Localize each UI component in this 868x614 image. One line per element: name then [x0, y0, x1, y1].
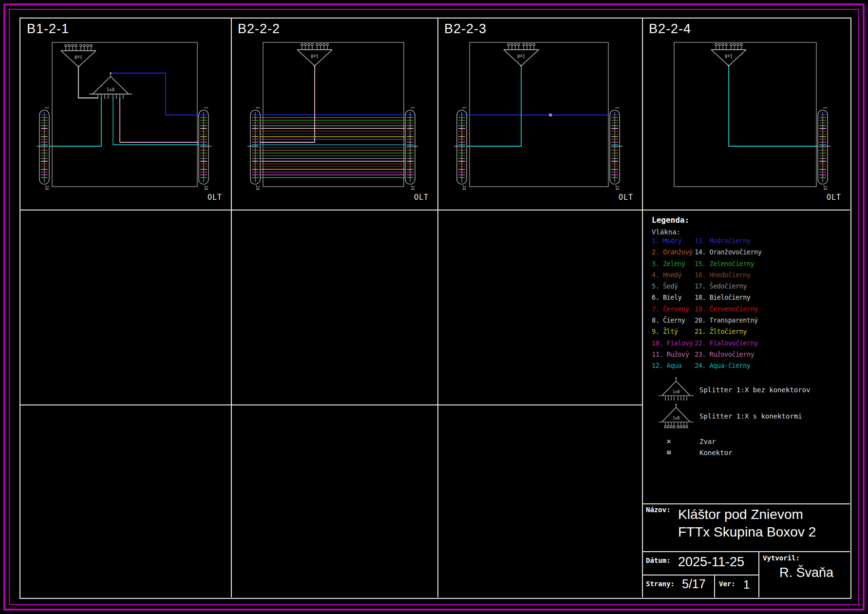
fiber-route — [120, 98, 199, 142]
titleblock-vline-vytvoril — [758, 551, 759, 597]
svg-text:1: 1 — [462, 107, 466, 109]
olt-label: OLT — [208, 193, 222, 202]
legend-fiber-item: 17. Šedočierny — [695, 282, 782, 293]
panel-svg-B2-2-3: 1x8124124× — [437, 19, 642, 210]
legend-fiber-item: 10. Fialový — [652, 339, 694, 350]
vytvoril-value: R. Švaňa — [779, 565, 833, 580]
legend-fiber-item: 16. Hnedočierny — [695, 271, 782, 282]
fiber-cable-capsule-right: 124 — [818, 107, 830, 190]
svg-text:24: 24 — [823, 185, 827, 190]
panel-svg-B1-2-1: 1x81x8124124 — [20, 19, 231, 210]
box-outline — [470, 42, 608, 187]
panel-B1-2-1: 1x81x8124124 B1-2-1 OLT — [20, 19, 231, 210]
box-outline — [674, 42, 816, 187]
legend-symbol-label: Konektor — [699, 449, 732, 457]
fiber-cable-capsule-left: 124 — [37, 107, 49, 190]
titleblock-line-mid — [642, 551, 850, 552]
svg-text:1: 1 — [823, 107, 827, 109]
svg-text:1: 1 — [410, 107, 415, 109]
panel-drawing-area: 1x8124 — [642, 19, 850, 210]
ver-value: 1 — [743, 578, 750, 592]
fiber-bus-lines — [260, 115, 405, 178]
legend-fiber-item: 23. Ružovočierny — [695, 350, 782, 362]
legend-symbol-label: Zvar — [699, 438, 716, 445]
legend-fiber-item: 13. Modročierny — [695, 237, 782, 248]
legend-fiber-item: 15. Zelenočierny — [695, 260, 782, 271]
legend-symbol-label: Splitter 1:X bez konektorov — [699, 386, 811, 394]
svg-text:24: 24 — [44, 185, 49, 190]
legend-fiber-item: 12. Aqua — [652, 362, 694, 373]
legend: Legenda: Vlákna: 1. Modrý2. Oranžový3. Z… — [642, 210, 850, 503]
legend-fiber-item: 6. Biely — [652, 293, 694, 305]
cad-drawing-sheet: 1x81x8124124 B1-2-1 OLT 1x8124124 B2-2-2… — [0, 0, 868, 614]
svg-text:1x8: 1x8 — [107, 87, 114, 92]
legend-fiber-item: 22. Fialovočierny — [695, 339, 782, 350]
panel-B2-2-3: 1x8124124× B2-2-3 OLT — [437, 19, 642, 210]
legend-fiber-item: 5. Šedý — [652, 282, 694, 293]
legend-subtitle: Vlákna: — [652, 228, 680, 236]
olt-label: OLT — [827, 193, 841, 202]
legend-fiber-item: 24. Aqua-čierny — [695, 362, 782, 373]
konektor-icon: ⊠ — [664, 448, 673, 456]
titleblock-line-top — [642, 503, 850, 504]
svg-text:1x8: 1x8 — [673, 390, 680, 394]
ver-label: Ver: — [719, 580, 736, 588]
fiber-cable-capsule-right: 124 — [405, 107, 418, 190]
legend-symbol-label: Splitter 1:X s konektormi — [699, 412, 802, 420]
fiber-cable-capsule-right: 124 — [610, 107, 623, 190]
legend-fiber-item: 14. Oranžovočierny — [695, 248, 782, 259]
panel-title: B2-2-3 — [444, 21, 487, 37]
svg-text:1x8: 1x8 — [517, 54, 525, 58]
legend-fiber-item: 7. Červený — [652, 305, 694, 316]
panel-drawing-area: 1x8124124 — [231, 19, 437, 210]
svg-text:24: 24 — [615, 185, 619, 190]
panel-B2-2-2: 1x8124124 B2-2-2 OLT — [231, 19, 437, 210]
splitter-1x8-down: 1x8 — [297, 43, 332, 66]
splitter-plain-icon: 1x8 — [657, 377, 696, 403]
splitter-1x8-up: 1x8 — [89, 72, 132, 98]
svg-text:24: 24 — [410, 185, 415, 190]
legend-fiber-item: 3. Zelený — [652, 260, 694, 271]
panel-drawing-area: 1x8124124× — [437, 19, 642, 210]
zvar-icon: × — [664, 437, 673, 446]
legend-fiber-item: 4. Hnedý — [652, 271, 694, 282]
legend-fiber-item: 20. Transparentný — [695, 316, 782, 327]
legend-fiber-item: 1. Modrý — [652, 237, 694, 248]
svg-text:1x8: 1x8 — [75, 55, 82, 59]
fiber-route — [467, 66, 521, 146]
olt-label: OLT — [619, 193, 633, 202]
box-outline — [52, 42, 197, 187]
zvar-marker: × — [548, 111, 552, 119]
svg-text:1: 1 — [615, 107, 619, 109]
nazov-label: Názov: — [646, 506, 671, 514]
legend-title: Legenda: — [652, 215, 689, 225]
fiber-route — [49, 98, 101, 146]
legend-fiber-item: 8. Čierny — [652, 316, 694, 327]
svg-text:24: 24 — [204, 185, 208, 190]
splitter-1x8-down: 1x8 — [504, 43, 539, 66]
panel-svg-B2-2-2: 1x8124124 — [231, 19, 437, 210]
strany-label: Strany: — [646, 580, 675, 588]
legend-fiber-item: 21. Žltočierny — [695, 327, 782, 339]
svg-text:24: 24 — [255, 185, 260, 190]
svg-text:1x8: 1x8 — [311, 54, 319, 58]
fiber-route — [729, 66, 818, 146]
legend-fiber-item: 9. Žltý — [652, 327, 694, 339]
datum-value: 2025-11-25 — [678, 555, 744, 570]
panel-title: B1-2-1 — [27, 21, 69, 37]
panel-B2-2-4: 1x8124 B2-2-4 OLT — [642, 19, 850, 210]
svg-text:24: 24 — [462, 185, 466, 190]
fiber-cable-capsule-right: 124 — [199, 107, 211, 190]
legend-fiber-item: 19. Červenočierny — [695, 305, 782, 316]
legend-fiber-column-1: 1. Modrý2. Oranžový3. Zelený4. Hnedý5. Š… — [652, 237, 694, 373]
legend-fiber-item: 18. Bieločierny — [695, 293, 782, 305]
svg-text:1x8: 1x8 — [725, 54, 733, 58]
drawing-title-line2: FTTx Skupina Boxov 2 — [678, 524, 816, 540]
legend-fiber-item: 11. Ružový — [652, 350, 694, 362]
legend-fiber-item: 2. Oranžový — [652, 248, 694, 259]
panel-title: B2-2-4 — [649, 21, 691, 37]
panel-title: B2-2-2 — [238, 21, 280, 37]
splitter-connector-icon: 1x8 — [657, 403, 696, 430]
svg-text:1: 1 — [204, 107, 208, 109]
strany-value: 5/17 — [682, 577, 706, 591]
